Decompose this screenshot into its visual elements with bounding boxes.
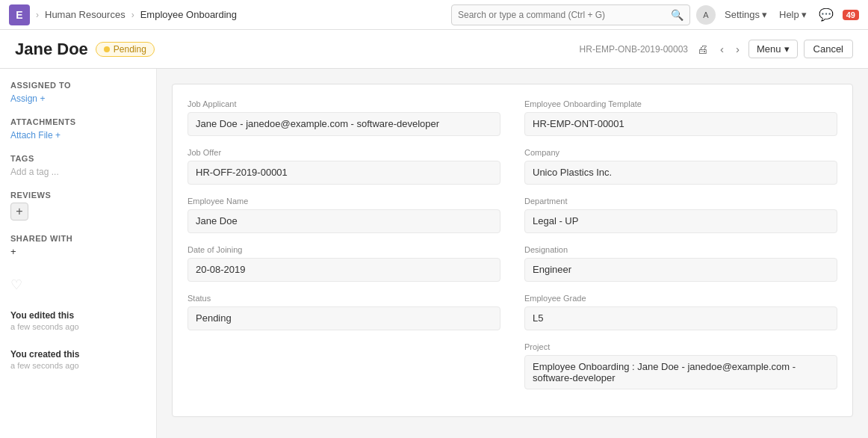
- form-grid: Job Applicant Jane Doe - janedoe@example…: [187, 99, 837, 401]
- assigned-to-label: Assigned To: [10, 81, 146, 90]
- add-tag-link[interactable]: Add a tag ...: [10, 167, 59, 177]
- status-badge: Pending: [96, 42, 155, 57]
- attach-file-link[interactable]: Attach File +: [10, 130, 61, 141]
- settings-button[interactable]: Settings ▾: [722, 9, 770, 20]
- job-applicant-value: Jane Doe - janedoe@example.com - softwar…: [187, 112, 500, 136]
- activity-time-1: a few seconds ago: [10, 322, 79, 331]
- employee-grade-value: L5: [524, 306, 837, 330]
- reviews-section: Reviews +: [10, 191, 146, 220]
- activity-entry-2: You created this a few seconds ago: [10, 348, 146, 371]
- assign-link[interactable]: Assign +: [10, 93, 45, 104]
- main-layout: Assigned To Assign + Attachments Attach …: [0, 69, 868, 438]
- company-group: Company Unico Plastics Inc.: [524, 148, 837, 185]
- onboarding-template-group: Employee Onboarding Template HR-EMP-ONT-…: [524, 99, 837, 136]
- employee-name-label: Employee Name: [187, 197, 500, 206]
- form-card: Job Applicant Jane Doe - janedoe@example…: [172, 84, 853, 417]
- help-button[interactable]: Help ▾: [776, 9, 810, 20]
- settings-label: Settings: [725, 9, 760, 20]
- header-actions: HR-EMP-ONB-2019-00003 🖨 ‹ › Menu ▾ Cance…: [580, 40, 853, 58]
- menu-button[interactable]: Menu ▾: [748, 40, 798, 58]
- page-title: Jane Doe: [15, 40, 88, 59]
- notification-badge: 49: [843, 10, 859, 20]
- job-applicant-label: Job Applicant: [187, 99, 500, 108]
- page-header: Jane Doe Pending HR-EMP-ONB-2019-00003 🖨…: [0, 30, 868, 69]
- status-dot: [104, 46, 110, 52]
- company-value: Unico Plastics Inc.: [524, 161, 837, 185]
- prev-button[interactable]: ‹: [717, 41, 727, 57]
- job-offer-label: Job Offer: [187, 148, 500, 157]
- status-group: Status Pending: [187, 294, 500, 330]
- department-label: Department: [524, 197, 837, 206]
- chat-icon[interactable]: 💬: [816, 7, 837, 22]
- search-bar[interactable]: 🔍: [451, 4, 690, 25]
- department-group: Department Legal - UP: [524, 197, 837, 233]
- status-value: Pending: [187, 306, 500, 330]
- department-value: Legal - UP: [524, 209, 837, 233]
- cancel-button[interactable]: Cancel: [804, 40, 853, 58]
- job-offer-group: Job Offer HR-OFF-2019-00001: [187, 148, 500, 185]
- assigned-to-section: Assigned To Assign +: [10, 81, 146, 104]
- project-label: Project: [524, 342, 837, 351]
- project-group: Project Employee Onboarding : Jane Doe -…: [524, 342, 837, 389]
- employee-name-group: Employee Name Jane Doe: [187, 197, 500, 233]
- breadcrumb-sep-1: ›: [36, 10, 39, 20]
- date-of-joining-value: 20-08-2019: [187, 258, 500, 282]
- breadcrumb-parent[interactable]: Human Resources: [45, 9, 125, 20]
- add-shared-button[interactable]: +: [10, 246, 146, 257]
- breadcrumb-sep-2: ›: [131, 10, 134, 20]
- avatar-button[interactable]: A: [696, 5, 716, 25]
- date-of-joining-group: Date of Joining 20-08-2019: [187, 245, 500, 282]
- status-label: Status: [187, 294, 500, 303]
- company-label: Company: [524, 148, 837, 157]
- add-review-button[interactable]: +: [10, 203, 28, 220]
- doc-id: HR-EMP-ONB-2019-00003: [580, 44, 688, 55]
- settings-chevron-icon: ▾: [762, 9, 767, 20]
- project-value: Employee Onboarding : Jane Doe - janedoe…: [524, 355, 837, 389]
- designation-group: Designation Engineer: [524, 245, 837, 282]
- topnav: E › Human Resources › Employee Onboardin…: [0, 0, 868, 30]
- employee-grade-group: Employee Grade L5: [524, 294, 837, 330]
- onboarding-template-value: HR-EMP-ONT-00001: [524, 112, 837, 136]
- attachments-label: Attachments: [10, 117, 146, 126]
- app-icon[interactable]: E: [9, 4, 30, 25]
- next-button[interactable]: ›: [733, 41, 743, 57]
- search-input[interactable]: [458, 10, 666, 20]
- tags-section: Tags Add a tag ...: [10, 154, 146, 177]
- employee-grade-label: Employee Grade: [524, 294, 837, 303]
- onboarding-template-label: Employee Onboarding Template: [524, 99, 837, 108]
- shared-with-label: Shared With: [10, 234, 146, 243]
- print-button[interactable]: 🖨: [694, 41, 711, 57]
- reviews-label: Reviews: [10, 191, 146, 200]
- employee-name-value: Jane Doe: [187, 209, 500, 233]
- date-of-joining-label: Date of Joining: [187, 245, 500, 254]
- activity-you-1: You edited this: [10, 310, 74, 321]
- help-chevron-icon: ▾: [802, 9, 807, 20]
- breadcrumb-current: Employee Onboarding: [140, 9, 237, 20]
- shared-with-section: Shared With +: [10, 234, 146, 257]
- activity-you-2: You created this: [10, 349, 79, 360]
- designation-value: Engineer: [524, 258, 837, 282]
- activity-entry-1: You edited this a few seconds ago: [10, 309, 146, 332]
- menu-chevron-icon: ▾: [784, 43, 790, 55]
- tags-label: Tags: [10, 154, 146, 163]
- main-content: Job Applicant Jane Doe - janedoe@example…: [157, 69, 868, 438]
- sidebar: Assigned To Assign + Attachments Attach …: [0, 69, 157, 438]
- designation-label: Designation: [524, 245, 837, 254]
- menu-label: Menu: [757, 43, 781, 55]
- attachments-section: Attachments Attach File +: [10, 117, 146, 141]
- like-icon[interactable]: ♡: [10, 277, 146, 293]
- job-offer-value: HR-OFF-2019-00001: [187, 161, 500, 185]
- title-wrap: Jane Doe Pending: [15, 40, 155, 59]
- activity-time-2: a few seconds ago: [10, 361, 79, 370]
- status-text: Pending: [114, 44, 146, 55]
- help-label: Help: [779, 9, 799, 20]
- job-applicant-group: Job Applicant Jane Doe - janedoe@example…: [187, 99, 500, 136]
- search-icon: 🔍: [671, 9, 683, 21]
